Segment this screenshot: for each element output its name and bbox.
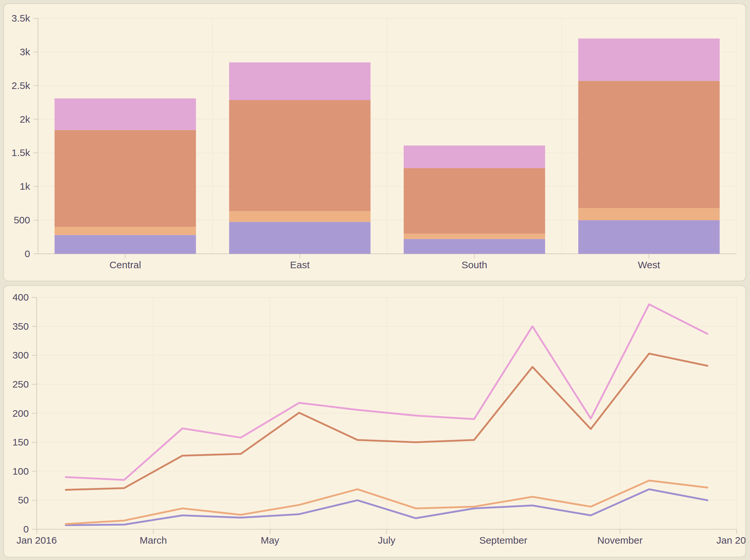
y-axis-label: 0 [24, 248, 30, 259]
bar-segment-purple-west[interactable] [578, 220, 719, 254]
x-axis-category-label: South [462, 259, 487, 270]
y-axis-label: 50 [18, 495, 29, 505]
stacked-bar-chart-card: 05001k1.5k2k2.5k3k3.5kCentralEastSouthWe… [3, 3, 746, 281]
x-axis-category-label: West [638, 259, 660, 270]
bar-segment-plum-west[interactable] [578, 39, 719, 81]
y-axis-label: 150 [13, 437, 29, 447]
y-axis-label: 250 [13, 379, 29, 389]
x-axis-category-label: Central [109, 259, 141, 270]
x-axis-month-label: November [597, 535, 642, 546]
line-chart[interactable]: 050100150200250300350400Jan 2016MarchMay… [4, 286, 745, 557]
bar-segment-sandy-east[interactable] [229, 211, 370, 222]
x-axis-month-label: March [140, 535, 167, 546]
stacked-bar-chart[interactable]: 05001k1.5k2k2.5k3k3.5kCentralEastSouthWe… [4, 4, 745, 281]
y-axis-label: 400 [13, 292, 29, 303]
x-axis-month-label: Jan 2017 [716, 535, 745, 546]
x-axis-month-label: September [479, 535, 528, 546]
y-axis-label: 300 [13, 350, 29, 360]
bar-segment-salmon-south[interactable] [404, 168, 545, 234]
bar-segment-sandy-south[interactable] [404, 234, 545, 239]
bar-segment-purple-east[interactable] [229, 222, 370, 254]
bar-segment-salmon-east[interactable] [229, 100, 370, 211]
y-axis-label: 1.5k [12, 147, 31, 158]
bar-segment-sandy-west[interactable] [578, 208, 719, 220]
y-axis-label: 350 [13, 321, 29, 332]
bar-segment-plum-central[interactable] [55, 98, 196, 130]
y-axis-label: 2k [20, 114, 31, 125]
bar-segment-plum-east[interactable] [229, 62, 370, 100]
x-axis-month-label: July [378, 535, 395, 546]
x-axis-month-label: May [261, 535, 279, 546]
y-axis-label: 3.5k [12, 13, 31, 23]
y-axis-label: 500 [14, 215, 30, 225]
bar-segment-sandy-central[interactable] [55, 227, 196, 235]
bar-segment-plum-south[interactable] [404, 145, 545, 168]
y-axis-label: 0 [23, 524, 29, 535]
bar-segment-purple-central[interactable] [55, 235, 196, 254]
bar-segment-purple-south[interactable] [404, 239, 545, 254]
line-chart-card: 050100150200250300350400Jan 2016MarchMay… [3, 285, 746, 557]
y-axis-label: 2.5k [12, 80, 31, 91]
bar-segment-salmon-central[interactable] [55, 130, 196, 227]
x-axis-month-label: Jan 2016 [16, 535, 57, 546]
x-axis-category-label: East [290, 259, 310, 270]
y-axis-label: 3k [20, 46, 31, 57]
y-axis-label: 1k [20, 181, 31, 192]
bar-segment-salmon-west[interactable] [578, 81, 719, 208]
y-axis-label: 200 [13, 408, 29, 419]
y-axis-label: 100 [13, 466, 29, 477]
